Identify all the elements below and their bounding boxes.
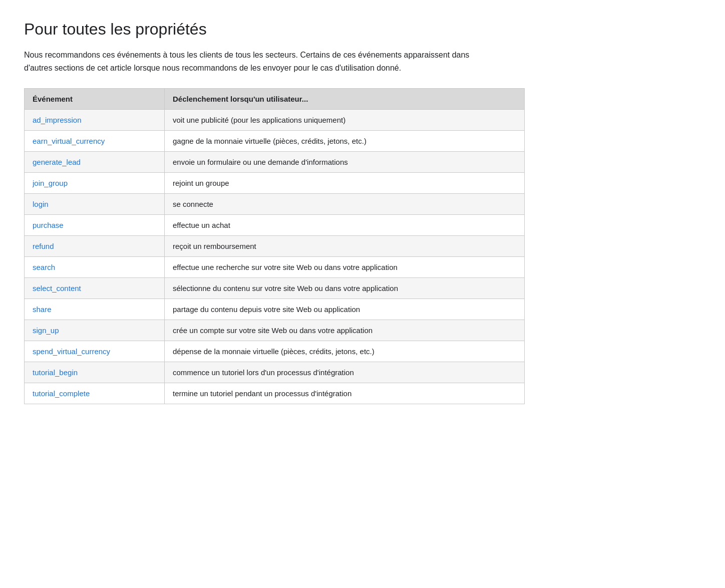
event-link[interactable]: search (33, 263, 55, 271)
table-row: spend_virtual_currencydépense de la monn… (25, 341, 525, 362)
event-link[interactable]: spend_virtual_currency (33, 347, 110, 356)
table-header-row: Événement Déclenchement lorsqu'un utilis… (25, 89, 525, 110)
column-header-trigger: Déclenchement lorsqu'un utilisateur... (165, 89, 525, 110)
event-cell: earn_virtual_currency (25, 131, 165, 152)
column-header-event: Événement (25, 89, 165, 110)
description-cell: sélectionne du contenu sur votre site We… (165, 278, 525, 299)
description-cell: crée un compte sur votre site Web ou dan… (165, 320, 525, 341)
event-link[interactable]: select_content (33, 284, 81, 292)
event-cell: join_group (25, 173, 165, 194)
event-link[interactable]: generate_lead (33, 158, 81, 166)
table-row: purchaseeffectue un achat (25, 215, 525, 236)
description-cell: effectue un achat (165, 215, 525, 236)
intro-paragraph: Nous recommandons ces événements à tous … (24, 49, 475, 74)
event-cell: tutorial_begin (25, 362, 165, 383)
event-link[interactable]: share (33, 305, 52, 314)
event-cell: sign_up (25, 320, 165, 341)
description-cell: commence un tutoriel lors d'un processus… (165, 362, 525, 383)
table-row: tutorial_begincommence un tutoriel lors … (25, 362, 525, 383)
event-cell: purchase (25, 215, 165, 236)
event-link[interactable]: sign_up (33, 326, 59, 335)
table-row: ad_impressionvoit une publicité (pour le… (25, 110, 525, 131)
event-link[interactable]: ad_impression (33, 116, 82, 124)
event-cell: spend_virtual_currency (25, 341, 165, 362)
table-row: loginse connecte (25, 194, 525, 215)
event-cell: share (25, 299, 165, 320)
table-row: select_contentsélectionne du contenu sur… (25, 278, 525, 299)
event-cell: generate_lead (25, 152, 165, 173)
description-cell: se connecte (165, 194, 525, 215)
event-link[interactable]: tutorial_begin (33, 368, 78, 377)
description-cell: gagne de la monnaie virtuelle (pièces, c… (165, 131, 525, 152)
event-cell: ad_impression (25, 110, 165, 131)
event-cell: select_content (25, 278, 165, 299)
table-row: join_grouprejoint un groupe (25, 173, 525, 194)
events-table: Événement Déclenchement lorsqu'un utilis… (24, 88, 525, 404)
event-link[interactable]: earn_virtual_currency (33, 137, 105, 145)
description-cell: termine un tutoriel pendant un processus… (165, 383, 525, 404)
table-row: earn_virtual_currencygagne de la monnaie… (25, 131, 525, 152)
event-cell: refund (25, 236, 165, 257)
event-link[interactable]: refund (33, 242, 54, 250)
description-cell: rejoint un groupe (165, 173, 525, 194)
table-row: refundreçoit un remboursement (25, 236, 525, 257)
description-cell: effectue une recherche sur votre site We… (165, 257, 525, 278)
event-link[interactable]: tutorial_complete (33, 389, 90, 398)
description-cell: envoie un formulaire ou une demande d'in… (165, 152, 525, 173)
event-cell: login (25, 194, 165, 215)
table-row: searcheffectue une recherche sur votre s… (25, 257, 525, 278)
table-row: tutorial_completetermine un tutoriel pen… (25, 383, 525, 404)
event-link[interactable]: login (33, 200, 49, 208)
description-cell: partage du contenu depuis votre site Web… (165, 299, 525, 320)
event-cell: search (25, 257, 165, 278)
description-cell: dépense de la monnaie virtuelle (pièces,… (165, 341, 525, 362)
event-link[interactable]: join_group (33, 179, 68, 187)
event-cell: tutorial_complete (25, 383, 165, 404)
table-row: generate_leadenvoie un formulaire ou une… (25, 152, 525, 173)
description-cell: reçoit un remboursement (165, 236, 525, 257)
table-row: sharepartage du contenu depuis votre sit… (25, 299, 525, 320)
description-cell: voit une publicité (pour les application… (165, 110, 525, 131)
page-title: Pour toutes les propriétés (24, 20, 701, 39)
event-link[interactable]: purchase (33, 221, 64, 229)
table-row: sign_upcrée un compte sur votre site Web… (25, 320, 525, 341)
